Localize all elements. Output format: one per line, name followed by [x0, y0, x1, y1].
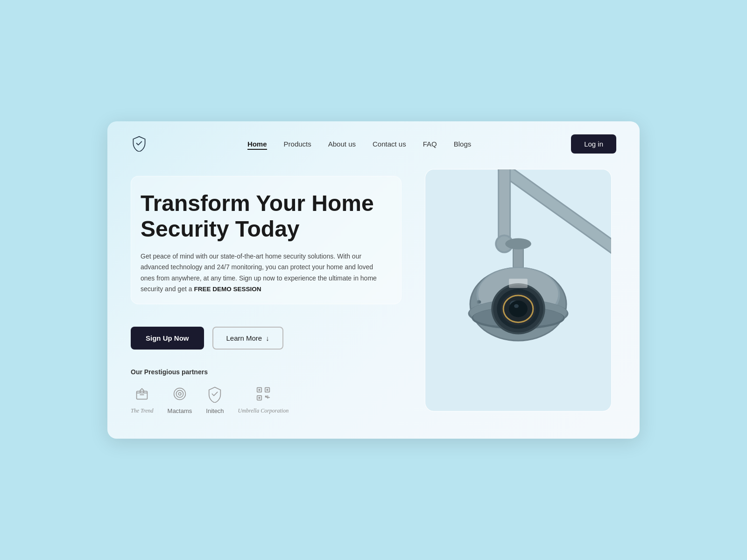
right-panel: [420, 167, 616, 414]
svg-point-19: [505, 238, 531, 250]
partner-mactams: Mactams: [168, 385, 192, 414]
nav-links: Home Products About us Contact us FAQ Bl…: [247, 140, 471, 148]
partner-name-the-trend: The Trend: [131, 407, 154, 414]
shield-check-icon: [206, 385, 224, 405]
hero-title: Transform Your Home Security Today: [141, 190, 387, 242]
hero-description: Get peace of mind with our state-of-the-…: [141, 251, 387, 294]
page-container: Home Products About us Contact us FAQ Bl…: [107, 121, 640, 439]
hero-card: Transform Your Home Security Today Get p…: [131, 176, 402, 304]
logo: [131, 135, 148, 154]
partners-list: The Trend Mactams: [131, 385, 402, 414]
circle-target-icon: [171, 385, 189, 405]
left-panel: Transform Your Home Security Today Get p…: [131, 167, 402, 414]
svg-rect-9: [258, 397, 260, 399]
partner-initech: Initech: [206, 385, 224, 414]
svg-point-1: [174, 388, 186, 400]
svg-rect-0: [137, 391, 148, 399]
nav-item-products[interactable]: Products: [284, 140, 311, 148]
arrow-down-icon: ↓: [266, 334, 269, 342]
svg-point-38: [478, 301, 481, 303]
svg-point-2: [176, 390, 183, 397]
partners-label: Our Prestigious partners: [131, 368, 402, 376]
cta-buttons: Sign Up Now Learn More ↓: [131, 327, 402, 350]
nav-item-blogs[interactable]: Blogs: [454, 140, 472, 148]
learn-more-button[interactable]: Learn More ↓: [212, 327, 283, 350]
box-icon: [133, 385, 151, 405]
partner-umbrella: Umbrella Corporation: [238, 385, 289, 414]
partner-name-umbrella: Umbrella Corporation: [238, 407, 289, 414]
login-button[interactable]: Log in: [571, 134, 616, 154]
svg-point-35: [514, 304, 519, 308]
partners-section: Our Prestigious partners The Trend: [131, 368, 402, 414]
svg-rect-8: [267, 389, 268, 391]
logo-icon: [131, 135, 148, 154]
signup-button[interactable]: Sign Up Now: [131, 327, 204, 350]
camera-illustration: [425, 169, 611, 411]
partner-the-trend: The Trend: [131, 385, 154, 414]
nav-item-contact[interactable]: Contact us: [373, 140, 406, 148]
partner-name-mactams: Mactams: [168, 407, 192, 414]
navbar: Home Products About us Contact us FAQ Bl…: [107, 121, 640, 167]
svg-point-34: [509, 301, 528, 317]
nav-item-home[interactable]: Home: [247, 140, 267, 148]
partner-name-initech: Initech: [206, 407, 224, 414]
svg-rect-39: [509, 279, 528, 288]
nav-item-faq[interactable]: FAQ: [423, 140, 437, 148]
main-content: Transform Your Home Security Today Get p…: [107, 167, 640, 438]
nav-item-about[interactable]: About us: [328, 140, 356, 148]
svg-rect-7: [258, 389, 260, 391]
learn-more-label: Learn More: [226, 334, 262, 342]
qr-icon: [254, 385, 272, 405]
svg-point-3: [178, 392, 181, 395]
camera-card: [425, 169, 612, 412]
